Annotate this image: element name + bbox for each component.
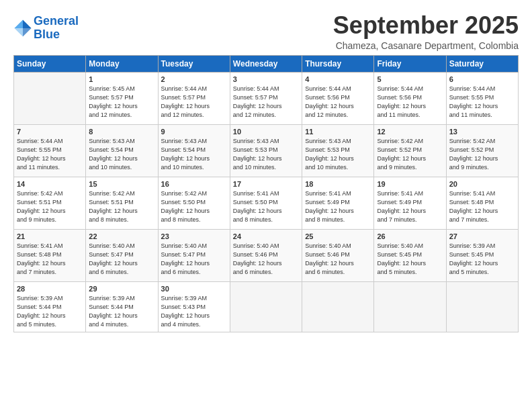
- calendar-cell: [446, 281, 518, 332]
- day-number: 5: [377, 75, 443, 83]
- calendar-cell: 15Sunrise: 5:42 AM Sunset: 5:51 PM Dayli…: [86, 177, 158, 229]
- calendar-cell: 22Sunrise: 5:40 AM Sunset: 5:47 PM Dayli…: [86, 229, 158, 281]
- cell-info: Sunrise: 5:44 AM Sunset: 5:56 PM Dayligh…: [305, 85, 371, 120]
- day-number: 3: [233, 75, 299, 83]
- weekday-header-tuesday: Tuesday: [158, 55, 230, 72]
- calendar-cell: 30Sunrise: 5:39 AM Sunset: 5:43 PM Dayli…: [158, 281, 230, 332]
- calendar-cell: 10Sunrise: 5:43 AM Sunset: 5:53 PM Dayli…: [230, 124, 302, 177]
- calendar-cell: 5Sunrise: 5:44 AM Sunset: 5:56 PM Daylig…: [374, 72, 446, 124]
- week-row-2: 7Sunrise: 5:44 AM Sunset: 5:55 PM Daylig…: [14, 124, 519, 177]
- day-number: 9: [161, 128, 227, 136]
- cell-info: Sunrise: 5:43 AM Sunset: 5:53 PM Dayligh…: [305, 137, 371, 172]
- calendar-cell: 23Sunrise: 5:40 AM Sunset: 5:47 PM Dayli…: [158, 229, 230, 281]
- calendar-cell: 25Sunrise: 5:40 AM Sunset: 5:46 PM Dayli…: [302, 229, 374, 281]
- weekday-header-wednesday: Wednesday: [230, 55, 302, 72]
- cell-info: Sunrise: 5:42 AM Sunset: 5:51 PM Dayligh…: [89, 189, 154, 224]
- day-number: 22: [89, 232, 154, 240]
- cell-info: Sunrise: 5:40 AM Sunset: 5:46 PM Dayligh…: [305, 242, 371, 277]
- calendar-cell: [374, 281, 446, 332]
- week-row-5: 28Sunrise: 5:39 AM Sunset: 5:44 PM Dayli…: [14, 281, 519, 332]
- day-number: 17: [233, 180, 299, 188]
- calendar-cell: 16Sunrise: 5:42 AM Sunset: 5:50 PM Dayli…: [158, 177, 230, 229]
- day-number: 10: [233, 128, 299, 136]
- day-number: 4: [305, 75, 371, 83]
- cell-info: Sunrise: 5:41 AM Sunset: 5:49 PM Dayligh…: [377, 189, 443, 224]
- calendar-cell: 3Sunrise: 5:44 AM Sunset: 5:57 PM Daylig…: [230, 72, 302, 124]
- svg-marker-1: [14, 19, 23, 28]
- calendar-cell: 8Sunrise: 5:43 AM Sunset: 5:54 PM Daylig…: [86, 124, 158, 177]
- day-number: 2: [161, 75, 227, 83]
- cell-info: Sunrise: 5:43 AM Sunset: 5:54 PM Dayligh…: [161, 137, 227, 172]
- day-number: 14: [17, 180, 83, 188]
- weekday-header-sunday: Sunday: [14, 55, 86, 72]
- calendar-cell: [14, 72, 86, 124]
- day-number: 21: [17, 232, 83, 240]
- week-row-1: 1Sunrise: 5:45 AM Sunset: 5:57 PM Daylig…: [14, 72, 519, 124]
- calendar-cell: 29Sunrise: 5:39 AM Sunset: 5:44 PM Dayli…: [86, 281, 158, 332]
- calendar-cell: 21Sunrise: 5:41 AM Sunset: 5:48 PM Dayli…: [14, 229, 86, 281]
- day-number: 7: [17, 128, 83, 136]
- weekday-header-row: SundayMondayTuesdayWednesdayThursdayFrid…: [14, 55, 519, 72]
- cell-info: Sunrise: 5:44 AM Sunset: 5:55 PM Dayligh…: [449, 85, 515, 120]
- calendar-cell: 4Sunrise: 5:44 AM Sunset: 5:56 PM Daylig…: [302, 72, 374, 124]
- day-number: 18: [305, 180, 371, 188]
- day-number: 27: [449, 232, 515, 240]
- weekday-header-saturday: Saturday: [446, 55, 518, 72]
- day-number: 30: [161, 285, 227, 293]
- calendar-cell: 26Sunrise: 5:40 AM Sunset: 5:45 PM Dayli…: [374, 229, 446, 281]
- cell-info: Sunrise: 5:39 AM Sunset: 5:43 PM Dayligh…: [161, 294, 227, 329]
- cell-info: Sunrise: 5:40 AM Sunset: 5:46 PM Dayligh…: [233, 242, 299, 277]
- calendar-cell: 14Sunrise: 5:42 AM Sunset: 5:51 PM Dayli…: [14, 177, 86, 229]
- cell-info: Sunrise: 5:39 AM Sunset: 5:44 PM Dayligh…: [17, 294, 83, 329]
- calendar-cell: 18Sunrise: 5:41 AM Sunset: 5:49 PM Dayli…: [302, 177, 374, 229]
- calendar-cell: 20Sunrise: 5:41 AM Sunset: 5:48 PM Dayli…: [446, 177, 518, 229]
- page: General Blue September 2025 Chameza, Cas…: [0, 0, 532, 411]
- svg-marker-3: [23, 28, 32, 37]
- logo-icon: [13, 19, 32, 38]
- svg-marker-2: [14, 28, 23, 37]
- cell-info: Sunrise: 5:43 AM Sunset: 5:54 PM Dayligh…: [89, 137, 154, 172]
- cell-info: Sunrise: 5:44 AM Sunset: 5:55 PM Dayligh…: [17, 137, 83, 172]
- day-number: 19: [377, 180, 443, 188]
- weekday-header-monday: Monday: [86, 55, 158, 72]
- day-number: 15: [89, 180, 154, 188]
- cell-info: Sunrise: 5:43 AM Sunset: 5:53 PM Dayligh…: [233, 137, 299, 172]
- day-number: 28: [17, 285, 83, 293]
- month-title: September 2025: [333, 12, 519, 39]
- calendar-cell: 27Sunrise: 5:39 AM Sunset: 5:45 PM Dayli…: [446, 229, 518, 281]
- calendar-cell: 28Sunrise: 5:39 AM Sunset: 5:44 PM Dayli…: [14, 281, 86, 332]
- cell-info: Sunrise: 5:42 AM Sunset: 5:52 PM Dayligh…: [377, 137, 443, 172]
- cell-info: Sunrise: 5:40 AM Sunset: 5:47 PM Dayligh…: [89, 242, 154, 277]
- weekday-header-thursday: Thursday: [302, 55, 374, 72]
- title-block: September 2025 Chameza, Casanare Departm…: [333, 12, 519, 51]
- calendar-cell: 2Sunrise: 5:44 AM Sunset: 5:57 PM Daylig…: [158, 72, 230, 124]
- header: General Blue September 2025 Chameza, Cas…: [13, 12, 519, 51]
- cell-info: Sunrise: 5:41 AM Sunset: 5:48 PM Dayligh…: [17, 242, 83, 277]
- day-number: 6: [449, 75, 515, 83]
- day-number: 24: [233, 232, 299, 240]
- day-number: 20: [449, 180, 515, 188]
- day-number: 12: [377, 128, 443, 136]
- calendar-cell: 13Sunrise: 5:42 AM Sunset: 5:52 PM Dayli…: [446, 124, 518, 177]
- day-number: 26: [377, 232, 443, 240]
- day-number: 25: [305, 232, 371, 240]
- cell-info: Sunrise: 5:42 AM Sunset: 5:50 PM Dayligh…: [161, 189, 227, 224]
- logo-text: General Blue: [34, 15, 79, 42]
- cell-info: Sunrise: 5:39 AM Sunset: 5:44 PM Dayligh…: [89, 294, 154, 329]
- cell-info: Sunrise: 5:45 AM Sunset: 5:57 PM Dayligh…: [89, 85, 154, 120]
- svg-marker-0: [23, 19, 32, 28]
- calendar-table: SundayMondayTuesdayWednesdayThursdayFrid…: [13, 55, 519, 332]
- week-row-3: 14Sunrise: 5:42 AM Sunset: 5:51 PM Dayli…: [14, 177, 519, 229]
- day-number: 16: [161, 180, 227, 188]
- cell-info: Sunrise: 5:40 AM Sunset: 5:45 PM Dayligh…: [377, 242, 443, 277]
- calendar-cell: [302, 281, 374, 332]
- calendar-cell: [230, 281, 302, 332]
- calendar-cell: 17Sunrise: 5:41 AM Sunset: 5:50 PM Dayli…: [230, 177, 302, 229]
- day-number: 8: [89, 128, 154, 136]
- cell-info: Sunrise: 5:44 AM Sunset: 5:56 PM Dayligh…: [377, 85, 443, 120]
- cell-info: Sunrise: 5:41 AM Sunset: 5:49 PM Dayligh…: [305, 189, 371, 224]
- calendar-cell: 11Sunrise: 5:43 AM Sunset: 5:53 PM Dayli…: [302, 124, 374, 177]
- calendar-cell: 9Sunrise: 5:43 AM Sunset: 5:54 PM Daylig…: [158, 124, 230, 177]
- day-number: 29: [89, 285, 154, 293]
- cell-info: Sunrise: 5:41 AM Sunset: 5:50 PM Dayligh…: [233, 189, 299, 224]
